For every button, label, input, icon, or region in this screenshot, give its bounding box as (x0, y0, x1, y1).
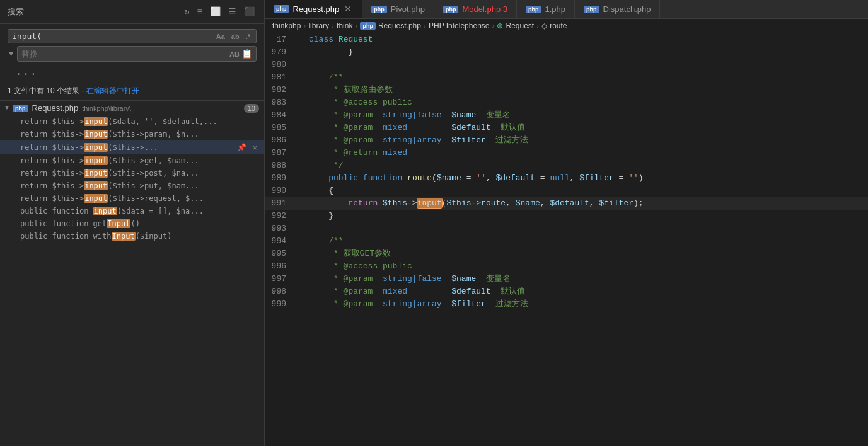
code-line-987: 987 * @return mixed (265, 147, 868, 159)
replace-input-row: AB 📋 (17, 46, 257, 62)
code-line-989: 989 public function route($name = '', $d… (265, 172, 868, 185)
result-text: return $this->input($this->put, $nam... (20, 181, 259, 190)
replace-file-icon[interactable]: 📋 (241, 49, 252, 59)
breadcrumb-library[interactable]: library (308, 21, 329, 30)
open-in-editor-link[interactable]: 在编辑器中打开 (86, 86, 139, 95)
code-line-985: 985 * @param mixed $default 默认值 (265, 122, 868, 134)
list-item[interactable]: return $this->input($this->post, $na... (0, 167, 264, 180)
results-count-text: 1 文件中有 10 个结果 - (8, 86, 86, 95)
breadcrumb-route-icon: ◇ (541, 21, 547, 30)
tab-php-badge: php (274, 5, 289, 13)
code-line-17: 17 class Request (265, 33, 868, 46)
breadcrumb-route[interactable]: route (550, 21, 567, 30)
search-input[interactable] (12, 31, 212, 41)
file-results-group: ▼ php Request.php thinkphp\library\... 1… (0, 101, 264, 446)
breadcrumb-php-badge: php (360, 22, 376, 30)
results-summary: 1 文件中有 10 个结果 - 在编辑器中打开 (0, 82, 264, 101)
replace-input[interactable] (21, 49, 228, 59)
result-text: public function input($data = [], $na... (20, 207, 259, 215)
tab-1php-label: 1.php (545, 4, 566, 14)
list-item[interactable]: public function withInput($input) (0, 230, 264, 243)
tab-model-label: Model.php 3 (462, 4, 507, 14)
code-line-995: 995 * 获取GET参数 (265, 248, 868, 260)
list-item[interactable]: return $this->input($this->param, $n... (0, 128, 264, 140)
code-line-993: 993 (265, 222, 868, 235)
search-box-area: Aa ab .* ▼ AB 📋 ... (0, 24, 264, 82)
case-sensitive-button[interactable]: Aa (214, 32, 227, 41)
code-line-992: 992 } (265, 210, 868, 222)
tab-1php[interactable]: php 1.php (517, 0, 575, 18)
refresh-icon[interactable]: ↻ (182, 5, 191, 18)
close-result-button[interactable]: ✕ (251, 142, 259, 152)
clear-icon[interactable]: ☰ (226, 5, 238, 18)
list-item[interactable]: return $this->input($this->request, $... (0, 192, 264, 205)
result-text: return $this->input($this->param, $n... (20, 130, 259, 139)
search-panel-title: 搜索 (8, 6, 24, 18)
list-item[interactable]: return $this->input($this->put, $nam... (0, 180, 264, 192)
result-text: return $this->input($this->... (20, 143, 233, 152)
whole-word-button[interactable]: ab (229, 32, 241, 41)
tab-dispatch-label: Dispatch.php (603, 4, 651, 14)
breadcrumb-request-icon: ⊕ (497, 21, 503, 30)
search-input-row: Aa ab .* (8, 29, 257, 43)
code-line-979: 979 } (265, 46, 868, 59)
result-text: return $this->input($this->post, $na... (20, 169, 259, 178)
tab-dispatch[interactable]: php Dispatch.php (575, 0, 660, 18)
tab-request[interactable]: php Request.php ✕ (265, 0, 362, 18)
code-line-990: 990 { (265, 185, 868, 197)
tab-close-button[interactable]: ✕ (343, 4, 353, 14)
tab-pivot[interactable]: php Pivot.php (362, 0, 434, 18)
code-line-981: 981 /** (265, 71, 868, 84)
breadcrumb: thinkphp › library › think › php Request… (265, 19, 868, 33)
breadcrumb-request[interactable]: Request (506, 21, 534, 30)
code-line-984: 984 * @param string|false $name 变量名 (265, 109, 868, 122)
tab-model[interactable]: php Model.php 3 (434, 0, 517, 18)
code-line-983: 983 * @access public (265, 96, 868, 109)
search-options: Aa ab .* (214, 32, 252, 41)
code-editor[interactable]: 17 class Request 979 } 980 981 /** 982 (265, 33, 868, 446)
list-item[interactable]: return $this->input($this->get, $nam... (0, 154, 264, 167)
tab-request-label: Request.php (293, 4, 340, 14)
tabs-bar: php Request.php ✕ php Pivot.php php Mode… (265, 0, 868, 19)
code-line-999: 999 * @param string|array $filter 过滤方法 (265, 298, 868, 311)
code-line-986: 986 * @param string|array $filter 过滤方法 (265, 134, 868, 147)
toggle-replace-button[interactable]: ▼ (8, 49, 14, 60)
tab-php-badge: php (443, 6, 459, 13)
code-line-982: 982 * 获取路由参数 (265, 84, 868, 96)
code-line-998: 998 * @param mixed $default 默认值 (265, 285, 868, 298)
list-item[interactable]: return $this->input($data, '', $default,… (0, 115, 264, 128)
new-file-icon[interactable]: ⬜ (208, 5, 223, 18)
result-text: return $this->input($data, '', $default,… (20, 117, 259, 126)
tab-php-badge: php (526, 6, 541, 13)
list-item[interactable]: public function getInput() (0, 217, 264, 230)
search-header: 搜索 ↻ ≡ ⬜ ☰ ⬛ (0, 0, 264, 24)
tab-pivot-label: Pivot.php (391, 4, 425, 14)
pin-result-button[interactable]: 📌 (235, 142, 248, 152)
code-line-980: 980 (265, 59, 868, 71)
breadcrumb-thinkphp[interactable]: thinkphp (272, 21, 301, 30)
breadcrumb-intelephense[interactable]: PHP Intelephense (429, 21, 490, 30)
tab-php-badge: php (584, 6, 599, 13)
editor-panel: php Request.php ✕ php Pivot.php php Mode… (265, 0, 868, 446)
result-text: public function withInput($input) (20, 232, 259, 241)
collapse-all-icon[interactable]: ≡ (195, 6, 204, 18)
file-path: thinkphp\library\... (82, 105, 240, 112)
result-count-badge: 10 (244, 104, 259, 113)
code-line-996: 996 * @access public (265, 260, 868, 273)
search-panel: 搜索 ↻ ≡ ⬜ ☰ ⬛ Aa ab .* ▼ AB 📋 ... (0, 0, 265, 446)
breadcrumb-requestphp[interactable]: Request.php (378, 21, 421, 30)
file-header[interactable]: ▼ php Request.php thinkphp\library\... 1… (0, 101, 264, 115)
list-item-active[interactable]: return $this->input($this->... 📌 ✕ (0, 140, 264, 154)
replace-case-button[interactable]: AB (228, 50, 241, 59)
regex-button[interactable]: .* (244, 32, 252, 41)
collapse-file-icon: ▼ (5, 105, 9, 112)
more-options-button[interactable]: ... (8, 64, 257, 79)
result-actions: 📌 ✕ (235, 142, 259, 152)
menu-icon[interactable]: ⬛ (242, 5, 257, 18)
breadcrumb-think[interactable]: think (337, 21, 352, 30)
list-item[interactable]: public function input($data = [], $na... (0, 205, 264, 217)
search-toolbar: ↻ ≡ ⬜ ☰ ⬛ (182, 5, 257, 18)
php-badge: php (13, 105, 28, 112)
code-line-991: 991 return $this->input($this->route, $n… (265, 197, 868, 210)
tab-php-badge: php (371, 6, 387, 13)
